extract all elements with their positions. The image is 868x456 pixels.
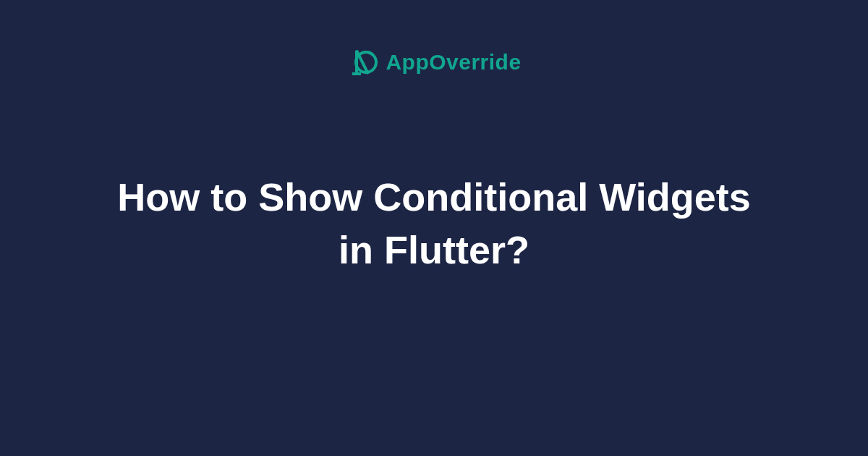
headline: How to Show Conditional Widgets in Flutt… [109,171,760,276]
logo-icon [346,46,378,78]
brand-name: AppOverride [386,50,521,75]
brand-logo: AppOverride [346,46,521,78]
